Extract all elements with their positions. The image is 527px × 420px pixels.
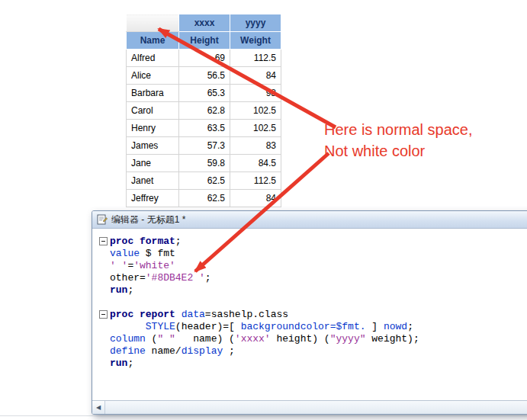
code-line[interactable]: proc report data=sashelp.class (98, 309, 527, 321)
cell-weight: 98 (230, 85, 281, 102)
code-text: run; (110, 284, 133, 297)
code-segment: proc report (110, 309, 175, 320)
code-line[interactable]: run; (98, 284, 527, 297)
code-segment: ; (205, 272, 211, 284)
code-line[interactable]: value $ fmt (98, 248, 527, 260)
code-segment: column (110, 333, 146, 345)
cell-name: Barbara (127, 85, 179, 102)
code-segment: run (110, 284, 127, 296)
cell-weight: 112.5 (230, 50, 281, 67)
table-row: Henry63.5102.5 (127, 120, 281, 137)
code-line[interactable]: define name/display ; (98, 345, 527, 357)
code-text: proc report data=sashelp.class (110, 309, 288, 321)
code-text: define name/display ; (110, 345, 235, 357)
table-row: Jane59.884.5 (127, 155, 281, 172)
gutter-space (98, 284, 110, 297)
code-text: STYLE(header)=[ backgroundcolor=$fmt. ] … (110, 321, 413, 333)
annotation-line2: Not white color (324, 140, 473, 162)
code-text: other='#8DB4E2 '; (110, 272, 211, 284)
code-line[interactable]: STYLE(header)=[ backgroundcolor=$fmt. ] … (98, 321, 527, 333)
table-row: Alice56.584 (127, 67, 281, 85)
annotation-line1: Here is normal space, (324, 119, 473, 140)
code-segment: " " (157, 333, 175, 345)
code-segment: name/ (146, 345, 182, 357)
code-segment: weight); (365, 333, 419, 345)
cell-height: 62.8 (179, 102, 230, 120)
table-row: Barbara65.398 (127, 85, 281, 102)
code-text: run; (110, 357, 133, 370)
code-segment: name) ( (175, 333, 235, 345)
code-segment: ; (223, 345, 235, 357)
code-line[interactable]: ' '='white' (98, 260, 527, 272)
cell-name: Henry (127, 120, 179, 137)
code-segment: =sashelp.class (205, 309, 288, 320)
code-segment: '#8DB4E2 ' (146, 272, 205, 284)
gutter-space (98, 272, 110, 284)
table-spanner-row: xxxxyyyy (127, 14, 281, 32)
code-line[interactable]: column (" " name) ('xxxx' height) ("yyyy… (98, 333, 527, 345)
gutter-space (98, 357, 110, 370)
editor-window: 编辑器 - 无标题1 * proc format;value $ fmt' '=… (92, 210, 527, 415)
cell-height: 62.5 (179, 172, 230, 190)
code-segment: display (182, 345, 223, 357)
code-line[interactable] (98, 297, 527, 309)
code-line[interactable]: run; (98, 357, 527, 370)
horizontal-scrollbar[interactable]: ◀ (92, 400, 527, 414)
code-segment (110, 321, 146, 332)
code-segment: run (110, 357, 127, 369)
cell-weight: 84 (230, 67, 281, 85)
code-segment: nowd (384, 321, 407, 332)
gutter-space (98, 345, 110, 357)
code-segment: proc format (110, 236, 175, 247)
table-row: James57.383 (127, 137, 281, 155)
code-segment: $fmt. (336, 321, 365, 332)
cell-name: Alice (127, 67, 179, 85)
column-header-name: Name (127, 32, 179, 50)
collapse-icon[interactable] (99, 310, 108, 319)
cell-weight: 102.5 (230, 102, 281, 120)
code-segment: other= (110, 272, 146, 284)
code-segment: ( (146, 333, 158, 345)
cell-name: Jeffrey (127, 190, 179, 207)
table-row: Janet62.5112.5 (127, 172, 281, 190)
cell-weight: 102.5 (230, 120, 281, 137)
column-header-height: Height (179, 32, 230, 50)
code-text: column (" " name) ('xxxx' height) ("yyyy… (110, 333, 419, 345)
code-segment: "yyyy" (330, 333, 366, 345)
code-line[interactable]: other='#8DB4E2 '; (98, 272, 527, 284)
code-segment: STYLE (146, 321, 175, 332)
code-text (110, 297, 116, 309)
spanner-cell-xxxx: xxxx (179, 14, 230, 32)
code-segment: (header)=[ (175, 321, 241, 332)
table-body: Alfred69112.5Alice56.584Barbara65.398Car… (127, 50, 281, 207)
code-line[interactable]: proc format; (98, 236, 527, 248)
code-segment: ; (407, 321, 413, 332)
window-bottom-edge (0, 415, 527, 416)
editor-titlebar[interactable]: 编辑器 - 无标题1 * (92, 211, 527, 229)
code-segment: value (110, 248, 140, 259)
table-row: Alfred69112.5 (127, 50, 281, 67)
gutter-space (98, 321, 110, 333)
cell-name: Alfred (127, 50, 179, 67)
code-segment: ; (175, 236, 182, 247)
code-area[interactable]: proc format;value $ fmt' '='white'other=… (92, 229, 527, 400)
scroll-left-button[interactable]: ◀ (92, 401, 105, 414)
cell-height: 69 (179, 50, 230, 67)
code-segment: ; (127, 357, 133, 369)
code-segment: height) ( (271, 333, 330, 345)
code-segment: $ fmt (140, 248, 175, 259)
cell-weight: 84.5 (230, 155, 281, 172)
cell-height: 65.3 (179, 85, 230, 102)
fold-gutter (98, 236, 110, 248)
code-segment: 'xxxx' (235, 333, 271, 345)
cell-name: James (127, 137, 179, 155)
report-table: xxxxyyyy NameHeightWeight Alfred69112.5A… (126, 14, 281, 207)
cell-height: 62.5 (179, 190, 230, 207)
cell-height: 56.5 (179, 67, 230, 85)
editor-icon (97, 214, 108, 225)
collapse-icon[interactable] (99, 237, 108, 245)
code-segment: data (182, 309, 205, 320)
cell-name: Jane (127, 155, 179, 172)
table-row: Carol62.8102.5 (127, 102, 281, 120)
spanner-cell-yyyy: yyyy (230, 14, 281, 32)
